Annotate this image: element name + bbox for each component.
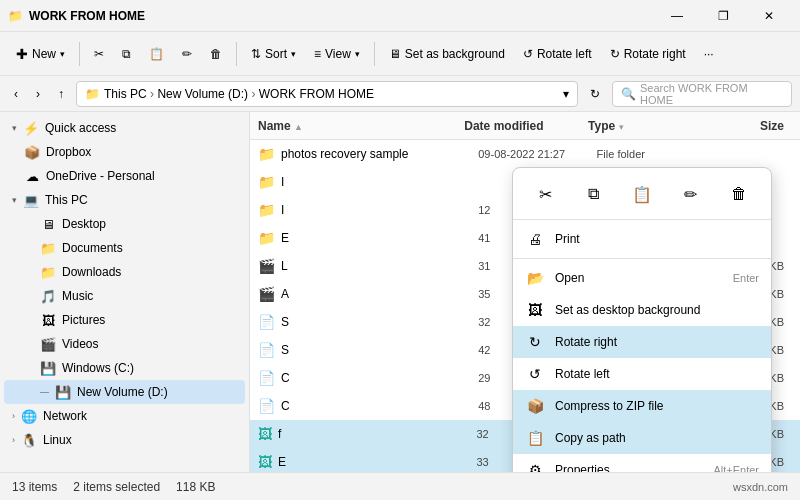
cut-button[interactable]: ✂ (86, 38, 112, 70)
sidebar-item-music[interactable]: 🎵 Music (4, 284, 245, 308)
ctx-compress-zip[interactable]: 📦 Compress to ZIP file (513, 390, 771, 422)
copy-button[interactable]: ⧉ (114, 38, 139, 70)
sidebar-item-videos[interactable]: 🎬 Videos (4, 332, 245, 356)
sidebar-item-downloads[interactable]: 📁 Downloads (4, 260, 245, 284)
close-button[interactable]: ✕ (746, 0, 792, 32)
status-bar: 13 items 2 items selected 118 KB wsxdn.c… (0, 472, 800, 500)
col-header-date[interactable]: Date modified (464, 119, 588, 133)
folder-icon: 📁 (85, 87, 100, 101)
copy-icon: ⧉ (122, 47, 131, 61)
set-bg-ctx-icon: 🖼 (525, 302, 545, 318)
file-name: E (281, 231, 478, 245)
sidebar-item-pictures[interactable]: 🖼 Pictures (4, 308, 245, 332)
new-icon: ✚ (16, 46, 28, 62)
chevron-down-icon: ▾ (60, 49, 65, 59)
ctx-print[interactable]: 🖨 Print (513, 223, 771, 255)
minimize-button[interactable]: — (654, 0, 700, 32)
cut-icon: ✂ (94, 47, 104, 61)
sort-button[interactable]: ⇅ Sort ▾ (243, 38, 304, 70)
ctx-cut-icon[interactable]: ✂ (529, 178, 561, 210)
downloads-icon: 📁 (40, 265, 56, 280)
ctx-copy-path[interactable]: 📋 Copy as path (513, 422, 771, 454)
sidebar-item-this-pc[interactable]: ▾ 💻 This PC (4, 188, 245, 212)
file-name: I (281, 175, 478, 189)
toolbar: ✚ New ▾ ✂ ⧉ 📋 ✏ 🗑 ⇅ Sort ▾ ≡ View ▾ 🖥 Se… (0, 32, 800, 76)
sidebar-item-new-volume-d[interactable]: — 💾 New Volume (D:) (4, 380, 245, 404)
sidebar: ▾ ⚡ Quick access 📦 Dropbox ☁ OneDrive - … (0, 112, 250, 472)
folder-icon: 📁 (258, 174, 275, 190)
sidebar-item-desktop[interactable]: 🖥 Desktop (4, 212, 245, 236)
ctx-rotate-right[interactable]: ↻ Rotate right (513, 326, 771, 358)
view-button[interactable]: ≡ View ▾ (306, 38, 368, 70)
up-button[interactable]: ↑ (52, 83, 70, 105)
table-row[interactable]: 📁 photos recovery sample 09-08-2022 21:2… (250, 140, 800, 168)
open-icon: 📂 (525, 270, 545, 286)
ctx-set-desktop-bg[interactable]: 🖼 Set as desktop background (513, 294, 771, 326)
separator (79, 42, 80, 66)
new-button[interactable]: ✚ New ▾ (8, 38, 73, 70)
print-icon: 🖨 (525, 231, 545, 247)
ctx-open[interactable]: 📂 Open Enter (513, 262, 771, 294)
set-background-button[interactable]: 🖥 Set as background (381, 38, 513, 70)
sidebar-item-dropbox[interactable]: 📦 Dropbox (4, 140, 245, 164)
sidebar-item-label: Dropbox (46, 145, 91, 159)
delete-button[interactable]: 🗑 (202, 38, 230, 70)
rename-icon: ✏ (182, 47, 192, 61)
expand-icon: — (40, 387, 49, 397)
context-menu: ✂ ⧉ 📋 ✏ 🗑 🖨 Print 📂 Open Enter 🖼 Set as … (512, 167, 772, 472)
sidebar-item-onedrive[interactable]: ☁ OneDrive - Personal (4, 164, 245, 188)
folder-icon: 📁 (258, 202, 275, 218)
back-button[interactable]: ‹ (8, 83, 24, 105)
folder-icon: 📁 (258, 146, 275, 162)
ctx-copy-icon[interactable]: ⧉ (578, 178, 610, 210)
onedrive-icon: ☁ (24, 169, 40, 184)
search-box[interactable]: 🔍 Search WORK FROM HOME (612, 81, 792, 107)
ctx-rotate-left[interactable]: ↺ Rotate left (513, 358, 771, 390)
file-name: S (281, 315, 478, 329)
jpg-icon: 🖼 (258, 426, 272, 442)
drive-d-icon: 💾 (55, 385, 71, 400)
sidebar-item-label: Videos (62, 337, 98, 351)
rename-button[interactable]: ✏ (174, 38, 200, 70)
ctx-shortcut: Enter (733, 272, 759, 284)
refresh-button[interactable]: ↻ (584, 83, 606, 105)
more-button[interactable]: ··· (696, 38, 722, 70)
col-header-name[interactable]: Name ▲ (258, 119, 464, 133)
ctx-rename-icon[interactable]: ✏ (674, 178, 706, 210)
ctx-label: Properties (555, 463, 610, 472)
ctx-properties[interactable]: ⚙ Properties Alt+Enter (513, 454, 771, 472)
sidebar-item-documents[interactable]: 📁 Documents (4, 236, 245, 260)
sidebar-item-quick-access[interactable]: ▾ ⚡ Quick access (4, 116, 245, 140)
rotate-left-button[interactable]: ↺ Rotate left (515, 38, 600, 70)
forward-button[interactable]: › (30, 83, 46, 105)
sidebar-item-label: Pictures (62, 313, 105, 327)
col-header-type[interactable]: Type ▾ (588, 119, 712, 133)
rotate-right-button[interactable]: ↻ Rotate right (602, 38, 694, 70)
linux-icon: 🐧 (21, 433, 37, 448)
documents-icon: 📁 (40, 241, 56, 256)
sort-icon: ⇅ (251, 47, 261, 61)
rotate-right-ctx-icon: ↻ (525, 334, 545, 350)
sidebar-item-network[interactable]: › 🌐 Network (4, 404, 245, 428)
file-name: E (278, 455, 476, 469)
ctx-delete-icon[interactable]: 🗑 (723, 178, 755, 210)
file-list-header: Name ▲ Date modified Type ▾ Size (250, 112, 800, 140)
selected-size: 118 KB (176, 480, 215, 494)
file-date: 09-08-2022 21:27 (478, 148, 596, 160)
expand-icon: › (12, 411, 15, 421)
paste-button[interactable]: 📋 (141, 38, 172, 70)
file-name: photos recovery sample (281, 147, 478, 161)
delete-icon: 🗑 (210, 47, 222, 61)
expand-icon: ▾ (12, 123, 17, 133)
sidebar-item-linux[interactable]: › 🐧 Linux (4, 428, 245, 452)
col-header-size[interactable]: Size (712, 119, 792, 133)
maximize-button[interactable]: ❐ (700, 0, 746, 32)
address-input[interactable]: 📁 This PC › New Volume (D:) › WORK FROM … (76, 81, 578, 107)
videos-icon: 🎬 (40, 337, 56, 352)
ctx-separator (513, 258, 771, 259)
sidebar-item-windows-c[interactable]: 💾 Windows (C:) (4, 356, 245, 380)
file-name: L (281, 259, 478, 273)
window-icon: 📁 (8, 9, 23, 23)
ctx-paste-icon[interactable]: 📋 (626, 178, 658, 210)
sidebar-item-label: Desktop (62, 217, 106, 231)
